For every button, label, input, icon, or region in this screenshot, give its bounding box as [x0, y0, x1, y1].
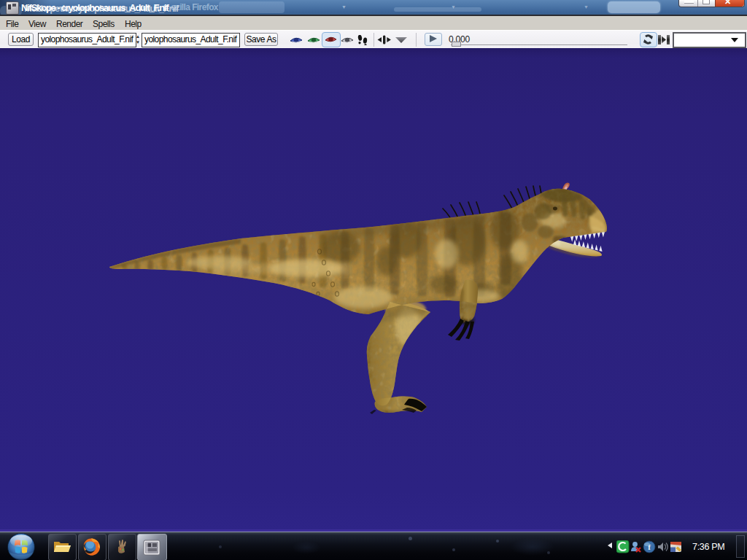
svg-text:f: f: [648, 542, 651, 551]
